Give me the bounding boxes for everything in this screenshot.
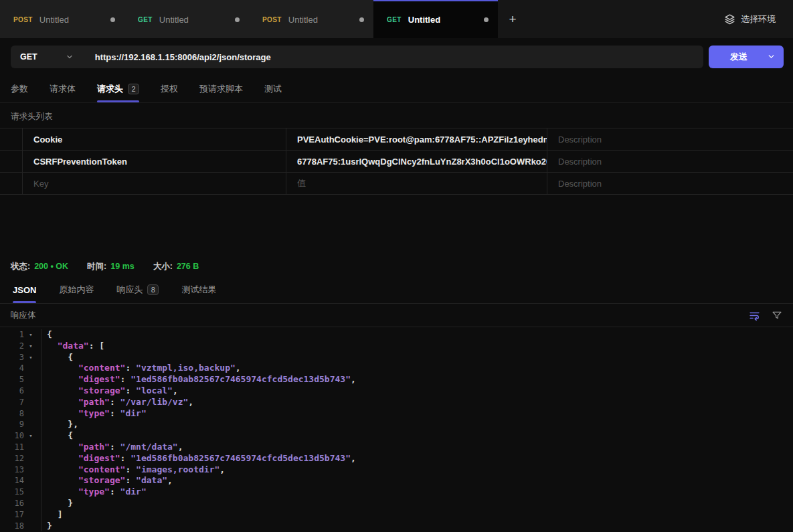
code-token: "1ed586fb0ab82567c7465974cfcd5dec13d5b74… bbox=[130, 453, 351, 463]
code-text: { bbox=[41, 329, 52, 341]
request-tab[interactable]: POSTUntitled bbox=[249, 0, 373, 38]
code-text: "path": "/var/lib/vz", bbox=[41, 397, 193, 408]
code-token: ] bbox=[47, 509, 62, 519]
line-gutter: 8 bbox=[0, 408, 41, 420]
code-line: 3▾ { bbox=[0, 352, 793, 363]
code-token: , bbox=[219, 464, 225, 474]
request-url[interactable]: https://192.168.1.15:8006/api2/json/stor… bbox=[95, 52, 271, 62]
code-token: "1ed586fb0ab82567c7465974cfcd5dec13d5b74… bbox=[130, 374, 351, 384]
tab-响应头[interactable]: 响应头8 bbox=[116, 276, 159, 303]
line-number: 9 bbox=[0, 419, 24, 430]
code-token: , bbox=[236, 363, 241, 373]
url-input[interactable]: GET https://192.168.1.15:8006/api2/json/… bbox=[11, 46, 703, 68]
header-key-field[interactable]: Cookie bbox=[23, 128, 286, 150]
new-tab-button[interactable]: + bbox=[498, 0, 527, 38]
tab-原始内容[interactable]: 原始内容 bbox=[59, 276, 94, 303]
response-json-viewer[interactable]: 1▾{2▾ "data": [3▾ {4 "content": "vztmpl,… bbox=[0, 327, 793, 531]
tab-label: 预请求脚本 bbox=[199, 83, 243, 95]
response-body-label: 响应体 bbox=[11, 310, 36, 321]
header-description-field[interactable]: Description bbox=[547, 128, 793, 150]
request-tab[interactable]: GETUntitled bbox=[124, 0, 249, 38]
environment-selector[interactable]: 选择环境 bbox=[707, 0, 793, 38]
tab-请求头[interactable]: 请求头2 bbox=[97, 76, 139, 102]
fold-toggle-icon[interactable]: ▾ bbox=[24, 341, 37, 352]
code-token: "/var/lib/vz" bbox=[120, 397, 189, 407]
tab-label: 原始内容 bbox=[59, 284, 94, 296]
request-tab-strip: POSTUntitledGETUntitledPOSTUntitledGETUn… bbox=[0, 0, 793, 38]
size-label: 大小: bbox=[153, 261, 173, 272]
tab-label: 授权 bbox=[161, 83, 178, 95]
text-wrap-icon[interactable] bbox=[748, 309, 761, 322]
tab-测试结果[interactable]: 测试结果 bbox=[181, 276, 216, 303]
tab-测试[interactable]: 测试 bbox=[264, 76, 282, 102]
header-value-field[interactable]: PVEAuthCookie=PVE:root@pam:6778AF75::APZ… bbox=[286, 128, 547, 150]
code-token bbox=[47, 464, 78, 474]
line-gutter: 4 bbox=[0, 363, 41, 374]
code-token: : bbox=[125, 385, 136, 395]
code-token: , bbox=[173, 385, 178, 395]
request-tab[interactable]: POSTUntitled bbox=[0, 0, 124, 38]
line-number: 17 bbox=[0, 509, 24, 521]
chevron-down-icon[interactable] bbox=[66, 53, 74, 61]
code-token bbox=[47, 486, 78, 497]
fold-toggle-icon[interactable]: ▾ bbox=[24, 352, 37, 363]
fold-toggle-icon[interactable]: ▾ bbox=[24, 329, 37, 341]
code-token: "dir" bbox=[120, 486, 147, 497]
line-number: 10 bbox=[0, 430, 24, 442]
chevron-down-icon[interactable] bbox=[767, 52, 776, 61]
status-code: 状态: 200 • OK bbox=[11, 261, 68, 272]
request-subtabs: 参数请求体请求头2授权预请求脚本测试 bbox=[0, 76, 793, 103]
table-row: Key值Description bbox=[0, 173, 793, 195]
tab-参数[interactable]: 参数 bbox=[11, 76, 28, 102]
tab-预请求脚本[interactable]: 预请求脚本 bbox=[199, 76, 243, 102]
request-tab[interactable]: GETUntitled bbox=[373, 0, 498, 38]
size-value: 276 B bbox=[177, 262, 199, 271]
code-token: "type" bbox=[78, 486, 110, 497]
code-token: } bbox=[47, 498, 73, 508]
row-handle[interactable] bbox=[0, 151, 23, 172]
code-line: 11 "path": "/mnt/data", bbox=[0, 442, 793, 453]
header-key-field[interactable]: Key bbox=[23, 173, 286, 194]
code-text: "storage": "local", bbox=[41, 385, 178, 397]
plus-icon: + bbox=[509, 12, 516, 27]
table-row: CookiePVEAuthCookie=PVE:root@pam:6778AF7… bbox=[0, 128, 793, 151]
code-line: 10▾ { bbox=[0, 430, 793, 442]
line-number: 3 bbox=[0, 352, 24, 363]
line-number: 4 bbox=[0, 363, 24, 374]
headers-table: CookiePVEAuthCookie=PVE:root@pam:6778AF7… bbox=[0, 128, 793, 195]
method-selector[interactable]: GET bbox=[20, 52, 37, 62]
header-key-field[interactable]: CSRFPreventionToken bbox=[23, 151, 286, 172]
layers-icon bbox=[724, 13, 735, 25]
tab-JSON[interactable]: JSON bbox=[13, 276, 36, 303]
code-token: "data" bbox=[58, 341, 89, 351]
code-token: "dir" bbox=[120, 408, 147, 418]
tab-label: 请求头 bbox=[97, 83, 123, 95]
header-value-field[interactable]: 值 bbox=[286, 173, 547, 194]
code-token: : bbox=[110, 397, 120, 407]
tab-授权[interactable]: 授权 bbox=[161, 76, 178, 102]
code-line: 9 }, bbox=[0, 419, 793, 430]
method-badge: POST bbox=[13, 16, 33, 23]
code-line: 2▾ "data": [ bbox=[0, 341, 793, 352]
header-description-field[interactable]: Description bbox=[547, 151, 793, 172]
status-label: 状态: bbox=[11, 261, 30, 272]
header-value: 6778AF75:1usrlQwqDgClNcy2fnLuYnZ8rX3h0oC… bbox=[297, 157, 547, 167]
code-token: } bbox=[47, 521, 52, 531]
code-line: 17 ] bbox=[0, 509, 793, 521]
code-token: , bbox=[188, 397, 193, 407]
headers-list-title: 请求头列表 bbox=[0, 103, 793, 128]
tab-title: Untitled bbox=[288, 15, 318, 25]
row-handle[interactable] bbox=[0, 128, 23, 150]
row-handle[interactable] bbox=[0, 173, 23, 194]
tab-label: 参数 bbox=[11, 83, 28, 95]
code-token: "vztmpl,iso,backup" bbox=[136, 363, 236, 373]
send-button[interactable]: 发送 bbox=[709, 46, 784, 68]
line-number: 2 bbox=[0, 341, 24, 352]
code-token: , bbox=[178, 442, 183, 452]
filter-icon[interactable] bbox=[772, 310, 782, 321]
header-description-field[interactable]: Description bbox=[547, 173, 793, 194]
fold-toggle-icon[interactable]: ▾ bbox=[24, 430, 37, 442]
header-value-field[interactable]: 6778AF75:1usrlQwqDgClNcy2fnLuYnZ8rX3h0oC… bbox=[286, 151, 547, 172]
line-number: 7 bbox=[0, 397, 24, 408]
tab-请求体[interactable]: 请求体 bbox=[50, 76, 76, 102]
